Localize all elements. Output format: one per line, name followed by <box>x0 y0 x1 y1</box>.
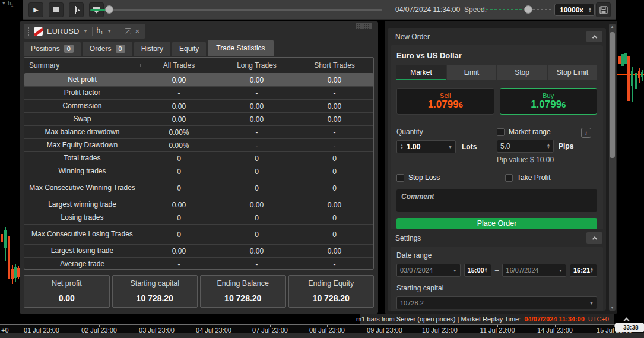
quantity-stepper[interactable]: ▲▼ 1.00 ▼ <box>396 140 456 153</box>
table-row[interactable]: Total trades000 <box>24 151 373 165</box>
table-row[interactable]: Winning trades000 <box>24 165 373 178</box>
chevron-up-icon[interactable] <box>624 318 630 324</box>
speed-slider[interactable] <box>482 9 528 10</box>
symbol-header[interactable]: EURUSD ▼ h1 ▼ ↗ × <box>24 24 145 39</box>
tab-history[interactable]: History <box>134 42 170 56</box>
table-row[interactable]: Average trade--- <box>24 257 373 270</box>
row-value: - <box>218 128 296 137</box>
time-axis[interactable]: +0 01 Jul 23:0002 Jul 23:0003 Jul 23:000… <box>0 324 644 333</box>
time-to-stepper[interactable]: 16:21 ▲▼ <box>570 264 597 277</box>
row-value: 0.00 <box>296 247 373 255</box>
stop-loss-checkbox-row[interactable]: Stop Loss <box>396 173 505 182</box>
place-order-button[interactable]: Place Order <box>396 218 597 229</box>
column-header[interactable]: Summary <box>24 61 140 70</box>
table-row[interactable]: Max Consecutive Losing Trades000 <box>24 224 373 244</box>
order-type-stop[interactable]: Stop <box>497 65 547 80</box>
collapse-button[interactable] <box>586 31 602 42</box>
close-icon[interactable]: × <box>135 27 140 36</box>
collapse-button[interactable] <box>586 232 602 244</box>
stop-button[interactable] <box>49 2 64 17</box>
order-type-stop-limit[interactable]: Stop Limit <box>548 65 597 80</box>
progress-slider-handle[interactable] <box>105 5 113 14</box>
date-to-select[interactable]: 16/07/2024 ▼ <box>502 264 566 277</box>
row-label: Profit factor <box>24 88 140 98</box>
detach-icon[interactable]: ↗ <box>125 28 131 34</box>
row-value: 0.00 <box>296 76 373 84</box>
table-row[interactable]: Net profit0.000.000.00 <box>24 73 373 86</box>
symbol-dropdown-icon[interactable]: ▼ <box>84 29 88 33</box>
play-button[interactable]: ▶ <box>28 2 43 17</box>
scrollbar-thumb[interactable] <box>610 32 615 158</box>
stop-loss-checkbox[interactable] <box>396 174 404 182</box>
positions-count-badge: 0 <box>64 45 74 53</box>
chevron-down-icon: ▼ <box>559 268 563 273</box>
row-label: Swap <box>24 114 140 124</box>
tab-trade-statistics[interactable]: Trade Statistics <box>208 40 273 56</box>
date-from-select[interactable]: 03/07/2024 ▼ <box>396 264 461 277</box>
section-title: New Order <box>395 33 430 41</box>
info-icon[interactable]: i <box>581 128 591 138</box>
market-range-spinner[interactable]: ▲▼ <box>547 143 550 149</box>
replay-progress-slider[interactable] <box>90 9 382 11</box>
panel-drag-handle[interactable] <box>356 23 372 29</box>
starting-capital-label: Starting capital <box>396 284 597 292</box>
scroll-down-icon[interactable]: ▼ <box>609 306 616 309</box>
tab-positions[interactable]: Positions 0 <box>24 42 81 56</box>
speed-slider-handle[interactable] <box>524 5 532 14</box>
take-profit-checkbox-row[interactable]: Take Profit <box>505 173 597 182</box>
row-label: Total trades <box>24 153 140 163</box>
pip-value-text: Pip value: $ 10.00 <box>497 156 597 164</box>
row-value: - <box>218 89 296 97</box>
sidebar-scrollbar[interactable]: ▲ ▼ <box>609 24 616 311</box>
row-value: 0.00 <box>140 115 218 124</box>
row-value: 0 <box>140 154 218 163</box>
row-label: Max Consecutive Winning Trades <box>24 183 140 193</box>
row-value: - <box>296 128 373 137</box>
timeframe-dropdown-icon[interactable]: ▼ <box>107 29 112 33</box>
table-row[interactable]: Commission0.000.000.00 <box>24 99 373 112</box>
table-row[interactable]: Losing trades000 <box>24 211 373 224</box>
statistics-table: Summary All Trades Long Trades Short Tra… <box>24 57 374 270</box>
starting-capital-select[interactable]: 10728.2 ▼ <box>396 296 597 309</box>
status-bar: m1 bars from Server (open prices) | Mark… <box>360 314 614 324</box>
order-type-market[interactable]: Market <box>396 65 446 80</box>
column-header[interactable]: All Trades <box>140 61 218 70</box>
save-button[interactable] <box>596 2 611 17</box>
buy-button[interactable]: Buy 1.07996 <box>500 88 598 115</box>
table-row[interactable]: Swap0.000.000.00 <box>24 112 373 125</box>
tab-orders[interactable]: Orders 0 <box>83 42 132 56</box>
row-value: 0 <box>218 154 296 163</box>
speed-stepper[interactable]: ▲▼ <box>588 7 592 13</box>
table-row[interactable]: Max balance drawdown0.00%-- <box>24 125 373 138</box>
quantity-dropdown-icon[interactable]: ▼ <box>448 145 452 149</box>
row-value: 0.00 <box>140 201 218 209</box>
table-row[interactable]: Largest winning trade0.000.000.00 <box>24 198 373 211</box>
time-from-stepper[interactable]: 15:00 ▲▼ <box>464 264 491 277</box>
step-candle-button[interactable] <box>69 2 84 17</box>
candlestick <box>635 69 637 94</box>
take-profit-checkbox[interactable] <box>505 174 513 182</box>
table-row[interactable]: Max Equity Drawdown0.00%-- <box>24 138 373 151</box>
row-label: Commission <box>24 101 140 111</box>
row-value: 0.00 <box>218 247 296 255</box>
column-header[interactable]: Long Trades <box>218 61 296 70</box>
table-row[interactable]: Largest losing trade0.000.000.00 <box>24 244 373 257</box>
table-row[interactable]: Profit factor--- <box>24 86 373 99</box>
drag-grip-icon[interactable] <box>27 27 30 36</box>
speed-input[interactable]: 10000x ▲▼ <box>554 4 595 16</box>
column-header[interactable]: Short Trades <box>296 61 373 70</box>
tab-equity[interactable]: Equity <box>172 42 206 56</box>
market-range-input[interactable]: 5.0 ▲▼ <box>497 140 554 153</box>
current-price-line <box>0 68 20 68</box>
row-value: 0.00 <box>140 247 218 255</box>
order-type-limit[interactable]: Limit <box>447 65 496 80</box>
stop-icon <box>53 7 59 12</box>
candlestick <box>621 50 624 70</box>
scroll-up-icon[interactable]: ▲ <box>609 25 616 29</box>
comment-input[interactable]: Comment <box>396 189 597 212</box>
market-range-checkbox[interactable] <box>497 128 505 136</box>
bar-countdown-timer[interactable]: 33:38 <box>615 323 644 332</box>
row-value: 0.00 <box>218 201 296 209</box>
table-row[interactable]: Max Consecutive Winning Trades000 <box>24 178 373 198</box>
sell-button[interactable]: Sell 1.07996 <box>396 88 494 115</box>
